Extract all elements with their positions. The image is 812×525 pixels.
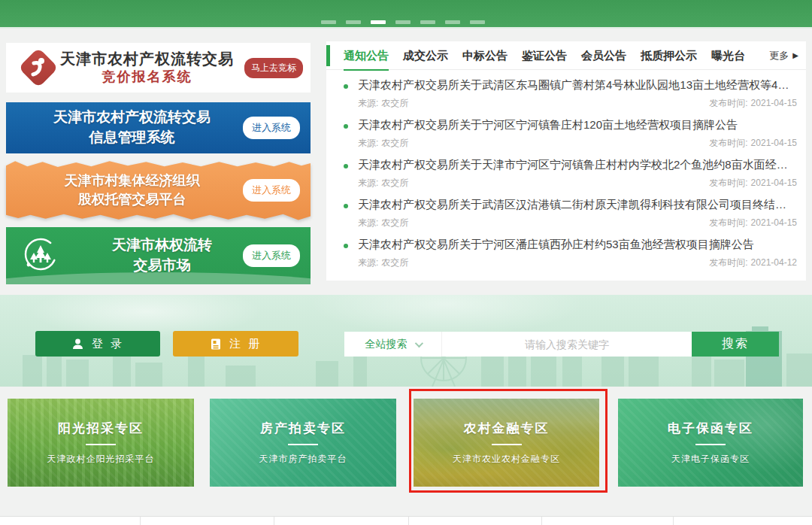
info-management-banner[interactable]: 天津市农村产权流转交易 信息管理系统 进入系统	[6, 102, 311, 153]
carousel-dash[interactable]	[395, 20, 411, 24]
news-source: 来源:农交所	[358, 217, 408, 229]
zone-divider	[86, 444, 116, 445]
site-logo-icon	[18, 47, 59, 88]
bullet-icon	[344, 84, 348, 89]
carousel-dash[interactable]	[470, 20, 485, 24]
carousel-dash-active[interactable]	[371, 20, 386, 24]
enter-system-button-green[interactable]: 进入系统	[243, 244, 300, 267]
news-meta: 来源:农交所 发布时间:2021-04-12	[358, 256, 797, 269]
more-label: 更多	[769, 49, 789, 62]
news-date: 发布时间:2021-04-15	[709, 177, 797, 190]
carousel-pagination	[321, 20, 485, 24]
zone-title: 房产拍卖专区	[260, 420, 346, 437]
news-title-link[interactable]: 天津农村产权交易所关于宁河区宁河镇鲁庄村120亩土地经营权项目摘牌公告	[358, 117, 797, 132]
carousel-dash[interactable]	[346, 20, 361, 24]
news-date: 发布时间:2021-04-12	[709, 256, 797, 269]
bullet-icon	[344, 164, 348, 168]
news-source: 来源:农交所	[358, 97, 408, 110]
banner-line2: 信息管理系统	[6, 128, 258, 148]
zone-card-property-auction[interactable]: 房产拍卖专区 天津市房产拍卖平台	[210, 399, 396, 487]
bullet-icon	[344, 124, 348, 129]
carousel-dash[interactable]	[321, 20, 336, 24]
search-bar: 全站搜索 搜索	[344, 332, 779, 357]
search-input[interactable]	[442, 332, 692, 357]
zone-title: 电子保函专区	[668, 420, 753, 437]
news-meta: 来源:农交所 发布时间:2021-04-15	[358, 137, 797, 150]
hero-search-band: 登 录 注 册 全站搜索 搜索	[0, 295, 812, 387]
banner-line2: 股权托管交易平台	[6, 190, 258, 209]
zone-subtitle: 天津市房产拍卖平台	[259, 453, 347, 466]
tab-mortgage[interactable]: 抵质押公示	[641, 41, 697, 70]
register-button[interactable]: 注 册	[173, 331, 298, 357]
zone-subtitle: 天津电子保函专区	[671, 453, 750, 466]
user-icon	[71, 338, 84, 351]
more-link[interactable]: 更多 ▶	[769, 49, 798, 62]
footer-cell	[0, 517, 141, 525]
footer-cell	[542, 517, 674, 525]
zone-card-rural-finance[interactable]: 农村金融专区 天津市农业农村金融专区	[414, 399, 599, 487]
page: 天津市农村产权流转交易 竞价报名系统 马上去竞标 天津市农村产权流转交易 信息管…	[0, 0, 812, 525]
zone-card-e-guarantee[interactable]: 电子保函专区 天津电子保函专区	[618, 399, 803, 487]
news-item: 天津农村产权交易所关于天津市宁河区宁河镇鲁庄村村内学校北2个鱼池约8亩水面经营.…	[326, 150, 806, 190]
search-scope-select[interactable]: 全站搜索	[344, 332, 442, 357]
news-title-link[interactable]: 天津农村产权交易所关于武清区东马圈镇广善村第4号林业队园地13亩土地经营权等4个…	[358, 77, 797, 93]
news-date: 发布时间:2021-04-15	[709, 137, 797, 150]
login-label: 登 录	[92, 337, 124, 351]
banner-line1: 天津市林权流转	[59, 235, 265, 256]
banner-line1: 天津市农村产权流转交易	[6, 108, 258, 128]
carousel-dash[interactable]	[445, 20, 460, 24]
news-source: 来源:农交所	[358, 137, 408, 150]
tab-accent-bar	[326, 45, 330, 66]
carousel-dash[interactable]	[420, 20, 435, 24]
news-title-link[interactable]: 天津农村产权交易所关于宁河区潘庄镇西孙庄村约53亩鱼池经营权项目摘牌公告	[358, 237, 797, 252]
banner-line2: 交易市场	[59, 256, 265, 276]
equity-custody-banner[interactable]: 天津市村集体经济组织 股权托管交易平台 进入系统	[6, 158, 311, 223]
forest-rights-banner[interactable]: 天津市林权流转 交易市场 进入系统	[6, 227, 311, 284]
register-label: 注 册	[229, 337, 262, 351]
tab-member[interactable]: 会员公告	[581, 41, 626, 70]
news-date: 发布时间:2021-04-15	[709, 97, 797, 110]
zone-title: 农村金融专区	[464, 420, 550, 437]
notice-tabs: 通知公告 成交公示 中标公告 鉴证公告 会员公告 抵质押公示 曝光台 更多 ▶	[326, 41, 806, 70]
carousel-bar	[0, 0, 812, 29]
id-card-icon	[210, 338, 222, 351]
bidding-system-card: 天津市农村产权流转交易 竞价报名系统 马上去竞标	[6, 43, 311, 93]
go-bid-button[interactable]: 马上去竞标	[244, 58, 303, 78]
tab-certification[interactable]: 鉴证公告	[522, 41, 567, 70]
footer-cell	[274, 517, 409, 525]
footer-cell	[141, 517, 274, 525]
search-scope-value: 全站搜索	[365, 338, 408, 351]
zone-divider	[695, 444, 726, 445]
news-meta: 来源:农交所 发布时间:2021-04-15	[358, 177, 797, 190]
news-item: 天津农村产权交易所关于武清区汉沽港镇二街村原天津凯得利科技有限公司项目终结公告 …	[326, 190, 806, 229]
news-title-link[interactable]: 天津农村产权交易所关于天津市宁河区宁河镇鲁庄村村内学校北2个鱼池约8亩水面经营.…	[358, 157, 797, 172]
zone-subtitle: 天津政村企阳光招采平台	[47, 453, 155, 466]
news-title-link[interactable]: 天津农村产权交易所关于武清区汉沽港镇二街村原天津凯得利科技有限公司项目终结公告	[358, 197, 797, 212]
news-meta: 来源:农交所 发布时间:2021-04-15	[358, 217, 797, 229]
news-item: 天津农村产权交易所关于武清区东马圈镇广善村第4号林业队园地13亩土地经营权等4个…	[326, 70, 806, 110]
caret-right-icon: ▶	[792, 51, 798, 59]
site-title: 天津市农村产权流转交易	[53, 50, 241, 68]
search-button[interactable]: 搜索	[692, 332, 779, 357]
chevron-down-icon	[414, 338, 423, 347]
pine-trees-circle-icon	[23, 236, 59, 275]
enter-system-button-blue[interactable]: 进入系统	[243, 117, 300, 139]
news-item: 天津农村产权交易所关于宁河区潘庄镇西孙庄村约53亩鱼池经营权项目摘牌公告 来源:…	[326, 229, 806, 269]
news-source: 来源:农交所	[358, 256, 408, 269]
news-date: 发布时间:2021-04-15	[709, 217, 797, 229]
zone-divider	[288, 444, 318, 445]
bidding-system-title-block: 天津市农村产权流转交易 竞价报名系统	[53, 50, 244, 86]
footer-cell	[409, 517, 542, 525]
tab-deal-publicity[interactable]: 成交公示	[403, 41, 448, 70]
bullet-icon	[344, 244, 348, 248]
zone-title: 阳光招采专区	[58, 420, 144, 437]
tab-winning-bid[interactable]: 中标公告	[462, 41, 508, 70]
footer-cell	[674, 517, 812, 525]
login-button[interactable]: 登 录	[35, 331, 160, 357]
tab-exposure[interactable]: 曝光台	[711, 41, 745, 70]
enter-system-button-orange[interactable]: 进入系统	[243, 179, 300, 202]
notice-panel: 通知公告 成交公示 中标公告 鉴证公告 会员公告 抵质押公示 曝光台 更多 ▶ …	[326, 41, 806, 281]
zone-card-sunshine-procurement[interactable]: 阳光招采专区 天津政村企阳光招采平台	[8, 399, 194, 487]
zone-subtitle: 天津市农业农村金融专区	[453, 453, 560, 466]
tab-notice-announcements[interactable]: 通知公告	[344, 41, 389, 70]
